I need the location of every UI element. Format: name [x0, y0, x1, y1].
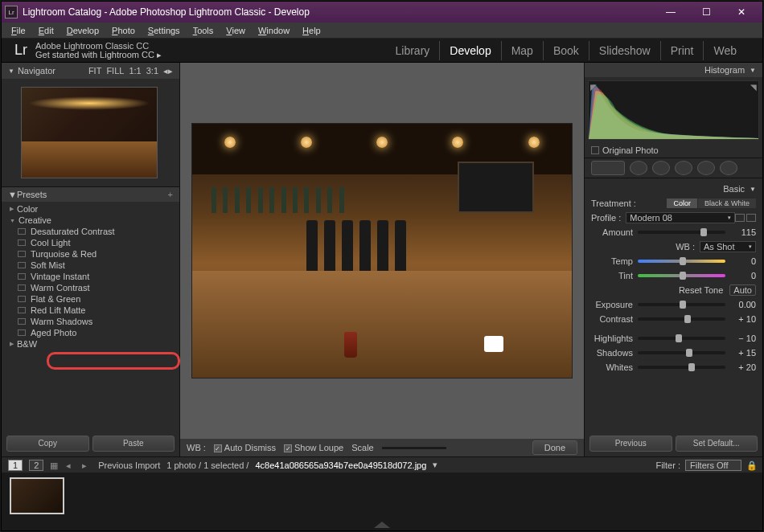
menu-help[interactable]: Help — [296, 24, 327, 37]
set-default-button[interactable]: Set Default... — [676, 436, 758, 452]
shadows-slider[interactable] — [638, 351, 725, 354]
module-slideshow[interactable]: Slideshow — [589, 41, 661, 60]
histogram-header[interactable]: Histogram ▼ — [585, 63, 762, 77]
preset-group-creative[interactable]: ▼Creative — [2, 215, 179, 226]
menu-view[interactable]: View — [220, 24, 252, 37]
redeye-tool-icon[interactable] — [652, 161, 670, 175]
reset-tone[interactable]: Reset Tone — [679, 285, 723, 295]
contrast-slider[interactable] — [638, 317, 725, 321]
module-web[interactable]: Web — [704, 41, 746, 60]
grid-icon[interactable]: ▦ — [50, 460, 60, 470]
get-started-link[interactable]: Get started with Lightroom CC ▸ — [35, 51, 162, 59]
auto-dismiss-checkbox[interactable]: ✓Auto Dismiss — [214, 443, 276, 453]
navigator-image[interactable] — [21, 87, 158, 178]
show-loupe-checkbox[interactable]: ✓Show Loupe — [284, 443, 343, 453]
previous-button[interactable]: Previous — [589, 436, 672, 452]
clip-left-icon[interactable]: ◤ — [590, 83, 597, 92]
lock-icon[interactable]: 🔒 — [746, 460, 756, 470]
source-label[interactable]: Previous Import — [98, 460, 160, 470]
main-image[interactable] — [191, 123, 573, 379]
exposure-value[interactable]: 0.00 — [729, 300, 756, 309]
tint-slider[interactable] — [638, 274, 725, 277]
preset-item[interactable]: Turquoise & Red — [2, 248, 179, 260]
preset-item[interactable]: Warm Contrast — [2, 282, 179, 293]
whites-slider[interactable] — [638, 366, 725, 369]
whites-value[interactable]: + 20 — [729, 362, 756, 372]
preset-item[interactable]: Desaturated Contrast — [2, 226, 179, 237]
paste-button[interactable]: Paste — [92, 436, 175, 452]
temp-slider[interactable] — [638, 260, 725, 263]
preset-item[interactable]: Aged Photo — [2, 327, 179, 338]
prev-icon[interactable]: ◂ — [66, 460, 76, 470]
panel-toggle-bottom[interactable] — [374, 522, 390, 528]
brush-tool-icon[interactable] — [720, 161, 737, 175]
treatment-bw[interactable]: Black & White — [698, 198, 756, 208]
preset-group-color[interactable]: ▶Color — [2, 203, 179, 215]
spot-tool-icon[interactable] — [630, 161, 647, 175]
module-map[interactable]: Map — [502, 41, 544, 60]
histogram-chart[interactable]: ◤ ◥ — [588, 80, 759, 140]
filmstrip[interactable] — [2, 473, 762, 522]
view-2[interactable]: 2 — [29, 460, 43, 471]
menu-settings[interactable]: Settings — [142, 24, 187, 37]
auto-tone-button[interactable]: Auto — [729, 284, 756, 296]
add-preset-icon[interactable]: + — [168, 190, 173, 199]
shadows-value[interactable]: + 15 — [729, 348, 756, 358]
maximize-button[interactable]: ☐ — [688, 2, 724, 23]
menu-photo[interactable]: Photo — [105, 24, 142, 37]
image-viewport[interactable] — [180, 63, 584, 439]
navigator-preview[interactable] — [2, 79, 179, 186]
menu-edit[interactable]: Edit — [32, 24, 60, 37]
menu-develop[interactable]: Develop — [60, 24, 105, 37]
tint-value[interactable]: 0 — [729, 271, 756, 280]
nav-3to1[interactable]: 3:1 — [146, 66, 158, 76]
done-button[interactable]: Done — [532, 440, 577, 455]
profile-grid-icon[interactable] — [735, 214, 745, 222]
next-icon[interactable]: ▸ — [82, 460, 92, 470]
nav-fill[interactable]: FILL — [106, 66, 124, 76]
preset-item[interactable]: Flat & Green — [2, 293, 179, 305]
nav-fit[interactable]: FIT — [88, 66, 102, 76]
menu-file[interactable]: File — [5, 24, 32, 37]
preset-group-bw[interactable]: ▶B&W — [2, 338, 179, 350]
preset-item-red-lift-matte[interactable]: Red Lift Matte — [2, 305, 179, 316]
preset-item[interactable]: Warm Shadows — [2, 316, 179, 327]
view-1[interactable]: 1 — [8, 460, 23, 471]
profile-dropdown[interactable]: Modern 08▾ — [626, 212, 735, 223]
copy-button[interactable]: Copy — [6, 436, 89, 452]
preset-item[interactable]: Cool Light — [2, 237, 179, 248]
module-library[interactable]: Library — [386, 41, 441, 60]
contrast-value[interactable]: + 10 — [729, 314, 756, 324]
preset-item[interactable]: Soft Mist — [2, 260, 179, 271]
navigator-header[interactable]: ▼ Navigator FIT FILL 1:1 3:1 ◂▸ — [2, 63, 179, 79]
module-develop[interactable]: Develop — [440, 41, 501, 60]
wb-dropdown[interactable]: As Shot▾ — [700, 241, 756, 252]
module-book[interactable]: Book — [544, 41, 589, 60]
clip-right-icon[interactable]: ◥ — [750, 83, 757, 92]
minimize-button[interactable]: — — [653, 2, 688, 23]
exposure-slider[interactable] — [638, 303, 725, 306]
chevron-down-icon[interactable]: ▾ — [433, 460, 437, 470]
presets-header[interactable]: ▼ Presets + — [2, 187, 179, 202]
gradient-tool-icon[interactable] — [675, 161, 692, 175]
chevron-icon[interactable]: ◂▸ — [163, 66, 173, 76]
preset-item[interactable]: Vintage Instant — [2, 271, 179, 282]
basic-header[interactable]: Basic▼ — [591, 182, 756, 196]
module-print[interactable]: Print — [661, 41, 704, 60]
amount-value[interactable]: 115 — [729, 227, 756, 237]
profile-browse-icon[interactable] — [746, 214, 756, 222]
highlights-value[interactable]: − 10 — [729, 334, 756, 343]
scale-slider[interactable] — [382, 447, 446, 449]
crop-tool-icon[interactable] — [591, 161, 625, 175]
close-button[interactable]: ✕ — [724, 2, 759, 23]
amount-slider[interactable] — [638, 231, 725, 234]
nav-1to1[interactable]: 1:1 — [129, 66, 141, 76]
temp-value[interactable]: 0 — [729, 256, 756, 266]
radial-tool-icon[interactable] — [697, 161, 715, 175]
menu-tools[interactable]: Tools — [187, 24, 220, 37]
menu-window[interactable]: Window — [252, 24, 296, 37]
original-photo-toggle[interactable]: Original Photo — [585, 143, 762, 158]
filter-dropdown[interactable]: Filters Off — [685, 460, 741, 471]
thumbnail[interactable] — [10, 477, 64, 514]
treatment-color[interactable]: Color — [667, 198, 697, 208]
